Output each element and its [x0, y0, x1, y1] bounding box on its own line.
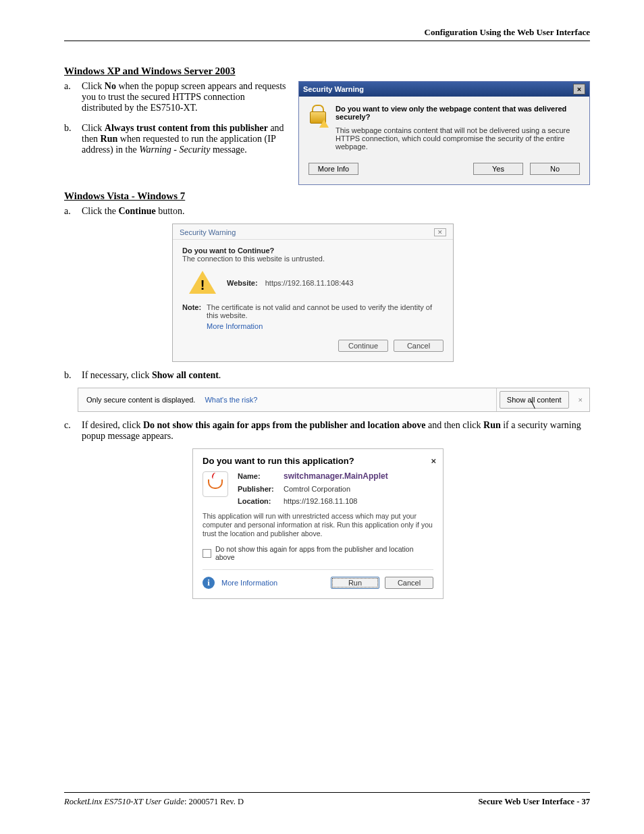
do-not-show-again-checkbox[interactable]: Do not show this again for apps from the… — [203, 545, 433, 561]
website-label: Website: — [227, 279, 258, 287]
dialog-question: Do you want to Continue? — [182, 246, 444, 255]
info-icon: i — [203, 577, 215, 589]
publisher-label: Publisher: — [238, 485, 274, 493]
run-button[interactable]: Run — [331, 577, 379, 589]
page-header: Configuration Using the Web User Interfa… — [64, 27, 590, 41]
note-label: Note: — [182, 303, 201, 330]
dialog-question: Do you want to run this application? — [203, 456, 354, 466]
list-marker: b. — [64, 123, 82, 155]
step-vista-b: b. If necessary, click Show all content. — [64, 370, 590, 381]
checkbox-label: Do not show this again for apps from the… — [215, 545, 433, 561]
list-marker: a. — [64, 206, 82, 217]
dialog-vista-security-warning: Security Warning ✕ Do you want to Contin… — [172, 224, 454, 362]
publisher-value: Comtrol Corporation — [284, 485, 388, 493]
cancel-button[interactable]: Cancel — [394, 340, 444, 352]
header-title: Configuration Using the Web User Interfa… — [425, 27, 590, 37]
dialog-message: This application will run with unrestric… — [203, 512, 433, 538]
dialog-titlebar: Security Warning ✕ — [173, 224, 453, 240]
dialog-question: Do you want to view only the webpage con… — [336, 105, 580, 121]
lock-warning-icon — [308, 105, 327, 126]
more-info-button[interactable]: More Info — [308, 163, 358, 175]
name-label: Name: — [238, 472, 274, 480]
step-xp-a: a. Click No when the popup screen appear… — [64, 81, 286, 113]
step-xp-b: b. Click Always trust content from this … — [64, 123, 286, 155]
step-vista-a: a. Click the Continue button. — [64, 206, 590, 217]
note-text: The certificate is not valid and cannot … — [207, 303, 444, 319]
section-title-vista: Windows Vista - Windows 7 — [64, 190, 590, 202]
close-icon[interactable]: × — [431, 456, 436, 466]
dialog-run-application: Do you want to run this application? × N… — [192, 448, 444, 599]
close-icon[interactable]: × — [573, 84, 585, 95]
location-value: https://192.168.11.108 — [284, 497, 388, 505]
secure-content-infobar: Only secure content is displayed. What's… — [78, 388, 590, 412]
page-footer: RocketLinx ES7510-XT User Guide: 2000571… — [64, 792, 590, 807]
checkbox-icon[interactable] — [203, 549, 211, 558]
dialog-title: Security Warning — [303, 85, 364, 93]
show-all-content-button[interactable]: Show all content — [500, 391, 569, 409]
website-value: https://192.168.11.108:443 — [265, 279, 354, 287]
yes-button[interactable]: Yes — [473, 163, 523, 175]
close-icon[interactable]: × — [572, 393, 589, 407]
infobar-message: Only secure content is displayed. — [86, 396, 195, 404]
close-icon[interactable]: ✕ — [434, 228, 446, 236]
list-marker: a. — [64, 81, 82, 113]
dialog-message: This webpage contains content that will … — [336, 126, 580, 151]
footer-revision: : 2000571 Rev. D — [184, 797, 244, 806]
dialog-subtitle: The connection to this website is untrus… — [182, 255, 444, 263]
dialog-title: Security Warning — [180, 228, 236, 236]
more-information-link[interactable]: More Information — [207, 322, 444, 330]
footer-page-label: Secure Web User Interface - 37 — [478, 797, 590, 807]
more-information-link[interactable]: More Information — [221, 579, 277, 587]
java-icon — [203, 471, 228, 497]
location-label: Location: — [238, 497, 274, 505]
footer-guide-name: RocketLinx ES7510-XT User Guide — [64, 797, 184, 806]
warning-icon: ! — [189, 271, 216, 295]
continue-button[interactable]: Continue — [338, 340, 388, 352]
no-button[interactable]: No — [530, 163, 580, 175]
whats-the-risk-link[interactable]: What's the risk? — [205, 396, 257, 404]
list-marker: c. — [64, 420, 82, 442]
section-title-xp: Windows XP and Windows Server 2003 — [64, 66, 590, 77]
step-vista-c: c. If desired, click Do not show this ag… — [64, 420, 590, 442]
dialog-xp-security-warning: Security Warning × Do you want to view o… — [298, 81, 590, 185]
dialog-titlebar: Security Warning × — [299, 82, 589, 97]
page-content: Windows XP and Windows Server 2003 a. Cl… — [64, 60, 590, 772]
cancel-button[interactable]: Cancel — [385, 577, 433, 589]
name-value: switchmanager.MainApplet — [284, 471, 388, 481]
list-marker: b. — [64, 370, 82, 381]
